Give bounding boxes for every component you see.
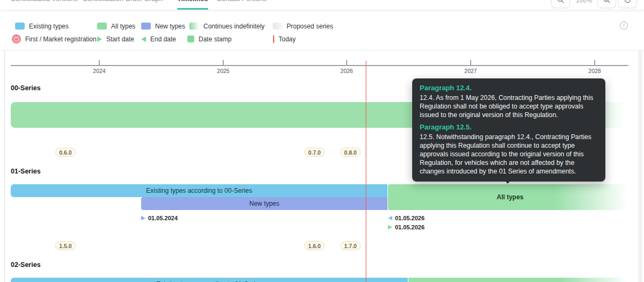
series-01-new-types-bar[interactable]: New types [141, 197, 387, 210]
panel-left-border [4, 10, 5, 282]
tooltip-body: 12.5. Notwithstanding paragraph 12.4., C… [420, 133, 598, 176]
magnifier-minus-icon [557, 0, 565, 6]
top-tab-bar: Consolidated Versions Consolidation Orde… [0, 0, 644, 10]
existing-types-swatch [15, 23, 25, 30]
version-badge[interactable]: 0.8.0 [340, 148, 361, 157]
info-icon[interactable]: i [620, 21, 628, 30]
legend-label: Today [279, 35, 296, 43]
legend-label: Date stamp [199, 35, 231, 43]
tab-timelines[interactable]: Timelines [177, 0, 208, 3]
app-window: Consolidated Versions Consolidation Orde… [0, 0, 644, 282]
legend-label: Continues indefinitely [203, 23, 265, 30]
version-badge[interactable]: 1.5.0 [55, 241, 76, 250]
bar-label: All types [496, 193, 523, 201]
continues-indefinitely-swatch [189, 23, 199, 30]
start-date-marker: 01.05.2024 [141, 215, 178, 221]
active-tab-underline [177, 8, 208, 10]
legend-panel: Existing types All types New types Conti… [0, 10, 644, 50]
new-types-swatch [141, 23, 151, 30]
year-label-2028: 2028 [588, 68, 601, 74]
timeline-axis [11, 65, 628, 66]
tooltip-heading: Paragraph 12.4. [420, 84, 598, 92]
legend-all-types: All types [97, 21, 135, 31]
bar-label: New types [249, 200, 279, 207]
axis-tick [594, 60, 595, 65]
series-02-label: 02-Series [11, 261, 41, 269]
version-badge[interactable]: 1.7.0 [340, 241, 361, 250]
legend-label: All types [111, 23, 135, 30]
tab-contact-persons[interactable]: Contact Persons [217, 0, 266, 3]
year-label-2025: 2025 [217, 68, 229, 74]
series-02-existing-types-bar[interactable]: Existing types according to 01-Series [11, 278, 408, 282]
version-badge[interactable]: 0.6.0 [55, 148, 76, 157]
series-00-label: 00-Series [11, 84, 41, 92]
date-text: 01.05.2026 [395, 215, 425, 221]
zoom-level-label: 100% [572, 0, 596, 8]
legend-continues-indefinitely: Continues indefinitely [189, 21, 265, 31]
year-label-2024: 2024 [93, 68, 105, 74]
tab-consolidation-order-graph[interactable]: Consolidation Order Graph [83, 0, 163, 3]
legend-first-market-registration: First / Market registration [12, 34, 97, 44]
legend-label: Proposed series [287, 23, 333, 30]
version-badge[interactable]: 0.7.0 [304, 148, 325, 157]
legend-new-types: New types [141, 21, 185, 31]
start-date-triangle-icon [141, 216, 145, 220]
legend-label: Start date [106, 35, 134, 43]
version-badge[interactable]: 1.6.0 [304, 241, 325, 250]
axis-tick [223, 60, 224, 65]
end-date-marker: 01.05.2026 [388, 215, 425, 221]
start-date-triangle-icon [388, 225, 392, 229]
legend-label: End date [150, 35, 176, 43]
legend-date-stamp: Date stamp [187, 34, 231, 44]
year-label-2027: 2027 [464, 68, 477, 74]
start-date-triangle-icon [97, 37, 102, 42]
legend-today: Today [273, 34, 296, 44]
bar-label: Existing types according to 00-Series [146, 187, 252, 194]
series-01-label: 01-Series [11, 168, 41, 175]
end-date-triangle-icon [141, 37, 146, 42]
tab-consolidated-versions[interactable]: Consolidated Versions [11, 0, 77, 3]
zoom-in-button[interactable] [597, 0, 616, 8]
date-stamp-icon [187, 35, 194, 42]
vertical-scrollbar[interactable] [638, 10, 642, 282]
legend-label: Existing types [29, 23, 69, 30]
tooltip-body: 12.4. As from 1 May 2026, Contracting Pa… [420, 94, 598, 119]
refresh-icon [624, 0, 632, 6]
all-types-swatch [97, 23, 107, 30]
series-02-all-types-bar[interactable] [408, 278, 632, 282]
zoom-out-button[interactable] [551, 0, 570, 8]
axis-tick [470, 60, 471, 65]
series-01-existing-types-bar[interactable]: Existing types according to 00-Series [11, 184, 387, 197]
axis-tick [99, 60, 100, 65]
legend-proposed-series: Proposed series [273, 21, 333, 31]
legend-existing-types: Existing types [15, 21, 69, 31]
today-marker-line [365, 61, 367, 282]
tooltip-heading: Paragraph 12.5. [420, 123, 598, 132]
axis-tick [346, 60, 347, 65]
paragraph-tooltip: Paragraph 12.4. 12.4. As from 1 May 2026… [412, 78, 605, 182]
proposed-series-swatch [273, 23, 282, 30]
date-text: 01.05.2026 [395, 224, 425, 230]
legend-end-date: End date [141, 34, 176, 44]
tooltip-arrow [502, 178, 513, 184]
reset-view-button[interactable] [618, 0, 637, 8]
legend-label: New types [155, 23, 185, 30]
end-date-triangle-icon [388, 216, 392, 220]
today-line-icon [273, 35, 274, 43]
series-01-all-types-bar[interactable]: All types [388, 184, 632, 210]
start-date-marker: 01.05.2026 [388, 224, 425, 230]
registration-calendar-icon [12, 34, 21, 44]
legend-label: First / Market registration [25, 35, 97, 43]
date-text: 01.05.2024 [148, 215, 178, 221]
year-label-2026: 2026 [340, 68, 353, 74]
magnifier-plus-icon [603, 0, 611, 6]
legend-start-date: Start date [97, 34, 134, 44]
